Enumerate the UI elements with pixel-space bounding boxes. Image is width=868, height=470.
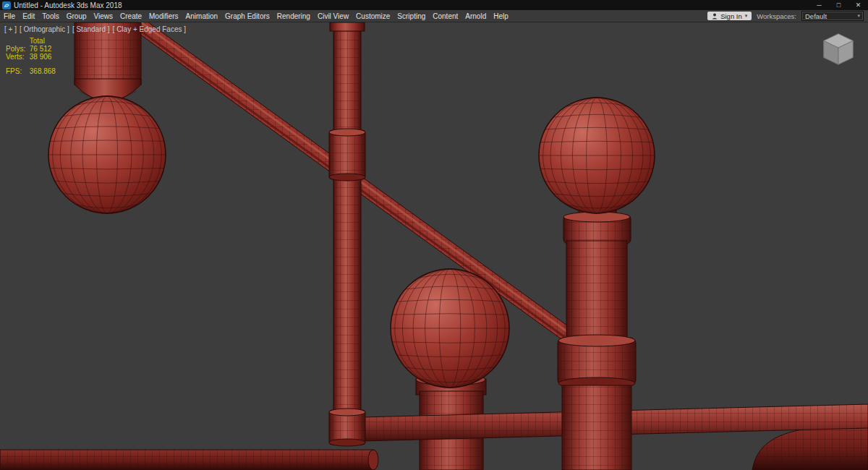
chevron-down-icon: ▾: [745, 13, 748, 19]
minimize-button[interactable]: ─: [809, 0, 829, 10]
menu-scripting[interactable]: Scripting: [393, 12, 429, 20]
sign-in-button[interactable]: Sign In ▾: [707, 12, 752, 20]
model-left-post[interactable]: [75, 22, 141, 106]
model-right-post[interactable]: [558, 205, 636, 470]
menu-create[interactable]: Create: [116, 12, 145, 20]
model-pole-bottom-joint[interactable]: [329, 409, 365, 446]
workspaces-value: Default: [805, 12, 827, 20]
window-controls: ─ □ ✕: [809, 0, 868, 10]
viewport[interactable]: [ + ] [ Orthographic ] [ Standard ] [ Cl…: [0, 22, 868, 470]
stats-polys-row: Polys: 76 512: [6, 45, 56, 53]
workspaces-dropdown[interactable]: Default ▾: [801, 11, 864, 21]
workspaces-label: Workspaces:: [757, 12, 796, 20]
app-window: Untitled - Autodesk 3ds Max 2018 ─ □ ✕ F…: [0, 0, 868, 470]
stats-fps-row: FPS: 368.868: [6, 67, 56, 75]
menu-tools[interactable]: Tools: [38, 12, 62, 20]
menu-modifiers[interactable]: Modifiers: [145, 12, 182, 20]
viewport-menu-general[interactable]: [ + ]: [4, 25, 17, 33]
menu-customize[interactable]: Customize: [352, 12, 393, 20]
menu-graph-editors[interactable]: Graph Editors: [221, 12, 273, 20]
model-right-sphere[interactable]: [539, 98, 655, 213]
menu-group[interactable]: Group: [63, 12, 90, 20]
menu-bar: File Edit Tools Group Views Create Modif…: [0, 10, 868, 22]
menu-arnold[interactable]: Arnold: [461, 12, 490, 20]
menu-animation[interactable]: Animation: [182, 12, 221, 20]
stats-total-label: Total: [30, 37, 45, 45]
model-left-sphere[interactable]: [48, 96, 166, 213]
model-middle-sphere[interactable]: [391, 269, 509, 388]
stats-polys-label: Polys:: [6, 45, 26, 53]
menu-views[interactable]: Views: [90, 12, 117, 20]
menu-content[interactable]: Content: [429, 12, 461, 20]
menu-edit[interactable]: Edit: [19, 12, 38, 20]
viewport-statistics: Total Polys: 76 512 Verts: 38 906 FPS: 3…: [6, 37, 56, 75]
title-bar: Untitled - Autodesk 3ds Max 2018 ─ □ ✕: [0, 0, 868, 10]
menu-help[interactable]: Help: [490, 12, 512, 20]
viewport-menu-standard[interactable]: [ Standard ]: [72, 25, 110, 33]
menu-file[interactable]: File: [0, 12, 19, 20]
viewport-menu-pov[interactable]: [ Orthographic ]: [20, 25, 69, 33]
stats-total-row: Total: [6, 37, 56, 45]
stats-verts-row: Verts: 38 906: [6, 53, 56, 61]
viewport-label: [ + ] [ Orthographic ] [ Standard ] [ Cl…: [4, 25, 186, 33]
stats-verts-value: 38 906: [30, 53, 52, 61]
viewcube[interactable]: [817, 30, 859, 69]
viewport-menu-shading[interactable]: [ Clay + Edged Faces ]: [113, 25, 186, 33]
maximize-button[interactable]: □: [829, 0, 848, 10]
window-title: Untitled - Autodesk 3ds Max 2018: [14, 1, 122, 9]
viewport-canvas[interactable]: [0, 22, 868, 470]
menu-civil-view[interactable]: Civil View: [314, 12, 352, 20]
user-icon: [712, 13, 718, 20]
stats-verts-label: Verts:: [6, 53, 26, 61]
app-icon: [2, 1, 11, 9]
model-corner-object[interactable]: [752, 425, 868, 470]
stats-fps-value: 368.868: [30, 67, 56, 75]
menu-bar-right: Sign In ▾ Workspaces: Default ▾: [707, 11, 868, 21]
chevron-down-icon: ▾: [857, 13, 860, 19]
sign-in-label: Sign In: [720, 12, 742, 20]
stats-polys-value: 76 512: [30, 45, 52, 53]
model-vertical-pole[interactable]: [330, 22, 365, 429]
stats-fps-label: FPS:: [6, 67, 26, 75]
menu-rendering[interactable]: Rendering: [273, 12, 314, 20]
model-pole-joint[interactable]: [329, 129, 365, 181]
model-bottom-rail[interactable]: [0, 450, 378, 470]
close-button[interactable]: ✕: [848, 0, 868, 10]
